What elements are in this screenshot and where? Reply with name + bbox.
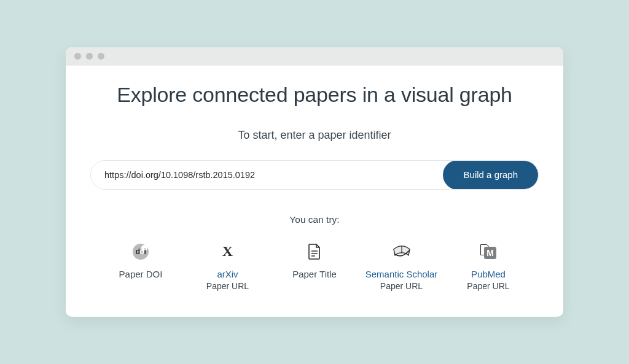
option-paper-title[interactable]: Paper Title bbox=[272, 244, 357, 292]
try-label: You can try: bbox=[90, 214, 539, 225]
option-sub: Paper URL bbox=[380, 281, 423, 292]
pubmed-icon: M bbox=[479, 244, 498, 260]
option-title: arXiv bbox=[217, 268, 238, 281]
window-maximize-dot[interactable] bbox=[98, 53, 104, 60]
window-close-dot[interactable] bbox=[74, 53, 81, 60]
build-graph-button[interactable]: Build a graph bbox=[443, 160, 539, 190]
option-pubmed[interactable]: M PubMed Paper URL bbox=[445, 244, 531, 292]
page-subheading: To start, enter a paper identifier bbox=[90, 129, 539, 142]
option-title: Semantic Scholar bbox=[365, 268, 438, 281]
window-minimize-dot[interactable] bbox=[86, 53, 93, 60]
option-sub: Paper URL bbox=[467, 281, 509, 292]
document-icon bbox=[305, 244, 324, 260]
browser-window: Explore connected papers in a visual gra… bbox=[66, 47, 563, 317]
paper-identifier-input[interactable] bbox=[91, 161, 443, 189]
page-heading: Explore connected papers in a visual gra… bbox=[90, 83, 539, 107]
option-title: Paper DOI bbox=[119, 268, 163, 281]
semantic-scholar-icon bbox=[393, 244, 411, 260]
window-titlebar bbox=[66, 47, 563, 66]
option-paper-doi[interactable]: doi Paper DOI bbox=[98, 244, 184, 292]
search-row: Build a graph bbox=[90, 160, 539, 190]
option-arxiv[interactable]: X arXiv Paper URL bbox=[185, 244, 271, 292]
doi-icon: doi bbox=[131, 244, 150, 260]
arxiv-icon: X bbox=[219, 244, 237, 260]
identifier-options: doi Paper DOI X arXiv Paper URL bbox=[90, 244, 539, 292]
main-content: Explore connected papers in a visual gra… bbox=[66, 66, 563, 317]
option-semantic-scholar[interactable]: Semantic Scholar Paper URL bbox=[359, 244, 445, 292]
option-title: Paper Title bbox=[292, 268, 337, 281]
option-sub: Paper URL bbox=[206, 281, 249, 292]
option-title: PubMed bbox=[471, 268, 506, 281]
